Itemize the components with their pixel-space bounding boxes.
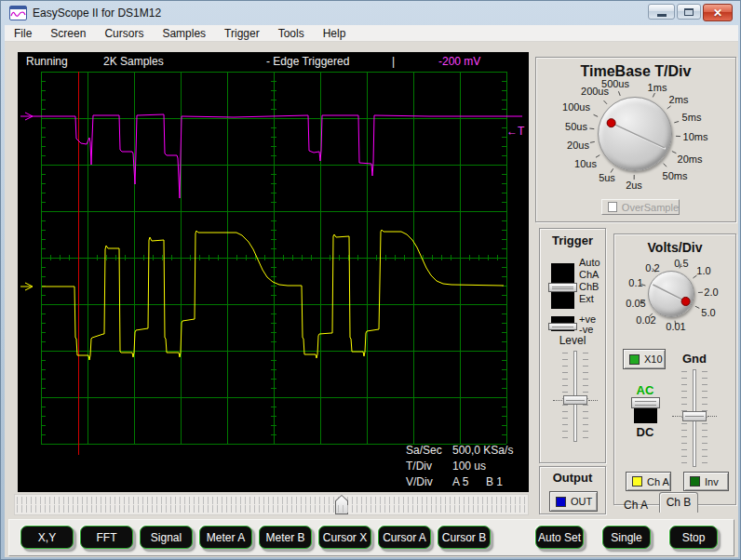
timebase-label-50ms: 50ms (663, 170, 688, 181)
timebase-label-20ms: 20ms (678, 153, 703, 165)
timebase-label-5ms: 5ms (682, 112, 702, 123)
trigger-title: Trigger (540, 233, 605, 247)
x10-indicator-icon (629, 354, 640, 365)
readout-value-a: A 5 (452, 474, 486, 490)
single-button[interactable]: Single (602, 526, 651, 549)
slider-thumb[interactable] (335, 495, 348, 514)
auto-set-button[interactable]: Auto Set (535, 526, 584, 549)
tab-channel-b[interactable]: Ch B (659, 492, 698, 513)
cursor-b-button[interactable]: Cursor B (438, 526, 491, 549)
close-icon: ✕ (713, 7, 722, 19)
timebase-label-10ms: 10ms (683, 131, 708, 142)
ac-dc-switch[interactable] (634, 399, 657, 423)
oversample-label: OverSample (622, 202, 679, 213)
timebase-panel: TimeBase T/Div 500us 1ms 2ms 5ms 10ms 20… (535, 57, 736, 222)
trigger-slope-switch[interactable] (551, 316, 574, 331)
dc-label: DC (627, 425, 663, 439)
readout-label: V/Div (406, 474, 452, 490)
voltsdiv-title: Volts/Div (614, 240, 735, 255)
timebase-knob[interactable] (598, 97, 672, 171)
titlebar[interactable]: EasyScope II for DS1M12 ✕ (1, 1, 740, 25)
menu-screen[interactable]: Screen (41, 25, 95, 42)
menu-trigger[interactable]: Trigger (215, 25, 269, 42)
volts-label-01: 0.1 (628, 277, 642, 288)
invert-indicator-icon (690, 476, 700, 487)
svg-text:←T: ←T (506, 125, 525, 138)
gnd-slider[interactable] (680, 369, 709, 467)
switch-handle[interactable] (631, 397, 660, 408)
scope-canvas[interactable]: ←T (18, 52, 529, 492)
fft-button[interactable]: FFT (80, 526, 133, 549)
volts-label-005: 0.05 (626, 298, 645, 309)
maximize-icon (684, 8, 694, 16)
timebase-label-2us: 2us (626, 180, 642, 191)
readout-value: 100 us (452, 459, 486, 474)
checkbox-icon[interactable] (608, 202, 617, 212)
scope-display: Running 2K Samples - Edge Triggered | -2… (18, 52, 529, 492)
menu-help[interactable]: Help (314, 25, 356, 42)
stop-button[interactable]: Stop (669, 526, 718, 549)
menu-cursors[interactable]: Cursors (95, 25, 153, 42)
xy-button[interactable]: X,Y (20, 526, 74, 549)
cursor-x-button[interactable]: Cursor X (318, 526, 371, 549)
invert-button[interactable]: Inv (683, 472, 729, 491)
meter-a-button[interactable]: Meter A (199, 526, 252, 549)
trigger-source-ext: Ext (579, 293, 600, 305)
signal-button[interactable]: Signal (140, 526, 193, 549)
trigger-level-label: Level (540, 334, 605, 347)
trigger-source-switch[interactable] (551, 263, 574, 309)
switch-handle[interactable] (548, 283, 577, 292)
output-panel: Output OUT (539, 466, 606, 514)
volts-label-20: 2.0 (704, 287, 718, 298)
voltsdiv-knob[interactable] (648, 271, 694, 317)
timebase-label-10us: 10us (574, 158, 597, 169)
cursor-a-button[interactable]: Cursor A (378, 526, 431, 549)
menu-samples[interactable]: Samples (153, 25, 215, 42)
minimize-button[interactable] (648, 4, 675, 20)
maximize-button[interactable] (677, 4, 701, 20)
channel-a-indicator-icon (632, 476, 642, 487)
trigger-source-options: Auto ChA ChB Ext (579, 257, 600, 305)
slider-thumb[interactable] (563, 395, 587, 405)
volts-label-05: 0.5 (674, 258, 688, 269)
trigger-panel: Trigger Auto ChA ChB Ext +ve -ve Level (539, 228, 606, 463)
tab-channel-a[interactable]: Ch A (624, 499, 648, 512)
readout-value-b: B 1 (486, 474, 503, 490)
timebase-title: TimeBase T/Div (536, 63, 735, 80)
volts-label-002: 0.02 (636, 314, 655, 326)
menubar: File Screen Cursors Samples Trigger Tool… (5, 25, 738, 42)
trigger-source-auto: Auto (579, 257, 600, 269)
close-button[interactable]: ✕ (703, 4, 733, 21)
oversample-checkbox[interactable]: OverSample (601, 199, 680, 215)
menu-tools[interactable]: Tools (269, 25, 314, 42)
bottom-toolbar: X,Y FFT Signal Meter A Meter B Cursor X … (8, 519, 734, 556)
trigger-level-slider[interactable] (560, 351, 590, 442)
switch-handle[interactable] (548, 323, 577, 330)
readout-value: 500,0 KSa/s (452, 443, 513, 459)
channel-a-label: Ch A (647, 476, 669, 487)
trigger-source-cha: ChA (579, 269, 600, 281)
meter-b-button[interactable]: Meter B (259, 526, 312, 549)
x10-button[interactable]: X10 (623, 349, 666, 369)
trigger-source-chb: ChB (579, 281, 600, 293)
channel-a-button[interactable]: Ch A (626, 472, 671, 491)
output-title: Output (540, 471, 605, 485)
app-window: EasyScope II for DS1M12 ✕ File Screen Cu… (0, 0, 741, 560)
out-indicator-icon (556, 497, 566, 507)
out-label: OUT (571, 496, 592, 507)
horizontal-position-slider[interactable] (14, 494, 529, 515)
slider-thumb[interactable] (682, 411, 707, 421)
timebase-label-2ms: 2ms (669, 94, 689, 105)
scope-readout: Sa/Sec500,0 KSa/s T/Div100 us V/DivA 5B … (406, 443, 513, 490)
readout-label: T/Div (406, 459, 452, 474)
readout-label: Sa/Sec (406, 443, 452, 459)
timebase-label-50us: 50us (565, 121, 587, 132)
invert-label: Inv (705, 476, 719, 487)
menu-file[interactable]: File (5, 25, 41, 42)
timebase-label-200us: 200us (581, 86, 609, 97)
volts-label-10: 1.0 (696, 265, 710, 276)
window-title: EasyScope II for DS1M12 (33, 7, 161, 20)
out-button[interactable]: OUT (549, 491, 598, 512)
volts-label-001: 0.01 (666, 321, 685, 332)
volts-label-50: 5.0 (701, 307, 715, 318)
